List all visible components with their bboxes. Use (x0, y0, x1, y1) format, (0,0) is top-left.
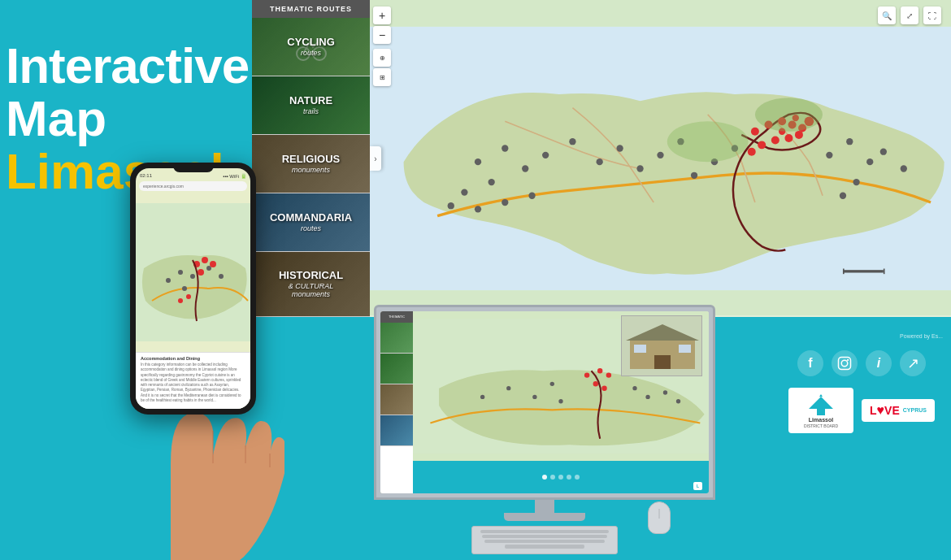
instagram-icon[interactable] (832, 350, 858, 376)
svg-point-45 (691, 172, 697, 179)
svg-point-89 (186, 294, 191, 299)
nature-sublabel: trails (289, 107, 332, 115)
desktop-mini-religious (380, 384, 413, 415)
phone-time: 02:11 (140, 173, 152, 178)
search-map-button[interactable]: 🔍 (878, 7, 896, 24)
phone-screen: 02:11 ▪▪▪ WiFi 🔋 experience.arcgis.com (136, 168, 250, 409)
phone-bottom-label: Accommodation and Dining (141, 356, 245, 361)
svg-point-95 (593, 381, 598, 386)
svg-point-38 (542, 152, 549, 158)
svg-point-58 (502, 199, 508, 206)
historical-label: HISTORICAL (279, 270, 343, 281)
sidebar-item-nature[interactable]: NATURE trails (252, 76, 370, 135)
svg-point-37 (488, 179, 494, 185)
title-line2: Map (6, 92, 250, 145)
desktop-monitor: THEMATIC (374, 305, 715, 500)
map-top-controls: 🔍 ⤢ ⛶ (878, 7, 941, 24)
zoom-out-button[interactable]: − (373, 26, 391, 44)
svg-point-48 (826, 152, 832, 158)
nav-dot-1 (542, 475, 547, 480)
limassol-logo: Limassol DISTRICT BOARD (788, 388, 853, 433)
cycling-label: CYCLING (287, 37, 335, 48)
svg-point-101 (558, 399, 562, 403)
svg-point-49 (846, 138, 853, 145)
cyprus-label: CYPRUS (903, 407, 927, 413)
map-zoom-controls: + − ⊕ ⊞ (373, 7, 391, 86)
cycling-sublabel: routes (287, 49, 335, 57)
phone-notch (173, 163, 214, 172)
svg-point-56 (448, 202, 454, 209)
svg-rect-111 (679, 345, 691, 353)
map-main[interactable]: + − ⊕ ⊞ 🔍 ⤢ ⛶ (370, 0, 951, 317)
phone-map-svg (136, 193, 250, 352)
map-panel: THEMATIC ROUTES CYCLING routes (252, 0, 951, 317)
locate-button[interactable]: ⊕ (373, 49, 391, 67)
mouse-button-divider (659, 509, 660, 519)
svg-point-83 (219, 274, 224, 279)
svg-point-92 (584, 372, 589, 377)
svg-point-34 (475, 158, 481, 165)
layers-button[interactable]: ⊞ (373, 68, 391, 86)
phone-map (136, 193, 250, 352)
desktop-mini-sidebar: THEMATIC (380, 311, 413, 493)
historical-sublabel2: monuments (279, 290, 343, 298)
svg-point-74 (755, 98, 823, 132)
keyboard-row2 (482, 535, 607, 538)
svg-point-53 (853, 179, 859, 185)
phone-signal: ▪▪▪ WiFi 🔋 (223, 173, 246, 179)
svg-point-40 (597, 158, 603, 165)
desktop-building-image (621, 315, 702, 376)
keyboard-row1 (480, 530, 609, 533)
svg-point-105 (676, 399, 680, 403)
svg-point-84 (182, 286, 187, 291)
sidebar-toggle[interactable]: › (370, 146, 381, 171)
svg-point-88 (198, 269, 204, 276)
zoom-in-button[interactable]: + (373, 7, 391, 24)
nature-label: NATURE (289, 95, 332, 106)
phone-url-bar: experience.arcgis.com (139, 181, 247, 191)
desktop-mini-nature (380, 354, 413, 384)
sidebar-cycling-overlay: CYCLING routes (252, 18, 370, 76)
sidebar-header: THEMATIC ROUTES (252, 0, 370, 18)
desktop-keyboard (471, 526, 618, 554)
right-panel: Powered by Es... f i ↗ (780, 333, 943, 433)
logos-row: Limassol DISTRICT BOARD L♥VE CYPRUS (788, 388, 935, 433)
desktop-screen: THEMATIC (380, 311, 709, 493)
svg-point-100 (550, 382, 554, 386)
svg-point-73 (667, 121, 749, 162)
nav-dot-5 (575, 475, 580, 480)
limassol-logo-icon (805, 393, 837, 417)
limassol-sublabel: DISTRICT BOARD (804, 423, 838, 428)
svg-point-52 (901, 165, 907, 171)
desktop-limassol-logo: L (693, 482, 702, 490)
sidebar-item-cycling[interactable]: CYCLING routes (252, 18, 370, 76)
svg-rect-110 (634, 345, 646, 353)
svg-point-59 (528, 193, 535, 199)
svg-point-94 (606, 372, 611, 377)
svg-point-50 (866, 158, 873, 165)
info-icon[interactable]: i (866, 350, 892, 376)
svg-point-93 (597, 368, 602, 373)
cyprus-logo: L♥VE CYPRUS (862, 399, 935, 422)
fullscreen-button[interactable]: ⛶ (923, 7, 941, 24)
svg-point-60 (751, 128, 759, 136)
share-icon[interactable]: ↗ (900, 350, 926, 376)
desktop-bottom-logo: L (693, 482, 702, 490)
svg-rect-112 (839, 358, 851, 370)
desktop-mini-map (413, 311, 709, 461)
facebook-icon[interactable]: f (797, 350, 823, 376)
svg-point-82 (206, 266, 211, 271)
phone-hand-container: 02:11 ▪▪▪ WiFi 🔋 experience.arcgis.com (106, 154, 284, 545)
svg-point-80 (178, 270, 183, 275)
phone-bottom-panel: Accommodation and Dining In this categor… (136, 352, 250, 409)
svg-point-102 (632, 386, 636, 390)
svg-point-36 (522, 165, 528, 171)
svg-point-70 (748, 148, 756, 156)
svg-point-104 (663, 390, 667, 394)
desktop-mouse (648, 501, 671, 534)
svg-rect-76 (843, 269, 845, 275)
svg-point-66 (795, 131, 803, 139)
phone-url: experience.arcgis.com (143, 184, 184, 189)
share-button[interactable]: ⤢ (901, 7, 918, 24)
desktop-nav-dots (542, 475, 580, 480)
